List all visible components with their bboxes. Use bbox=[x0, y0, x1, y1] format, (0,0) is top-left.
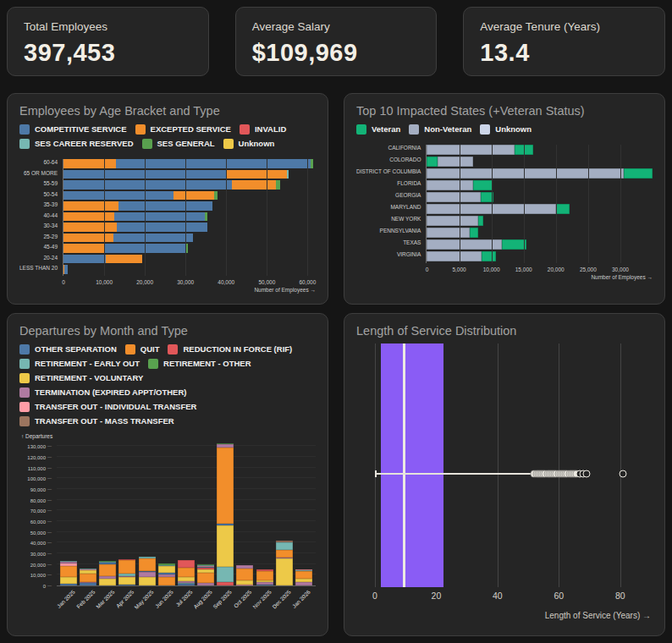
bar-segment-competitive-service[interactable] bbox=[64, 265, 67, 274]
bar-segment-ses-general[interactable] bbox=[214, 191, 217, 201]
bar-segment-retirement-voluntary[interactable] bbox=[217, 525, 234, 566]
legend-item-competitive-service[interactable]: COMPETITIVE SERVICE bbox=[19, 124, 127, 135]
bar-segment-other-separation[interactable] bbox=[256, 585, 273, 585]
bar-stack[interactable] bbox=[118, 559, 135, 585]
bar-segment-quit[interactable] bbox=[256, 571, 273, 580]
legend-item-quit[interactable]: QUIT bbox=[125, 343, 160, 354]
legend-item-unknown[interactable]: Unknown bbox=[480, 124, 532, 135]
bar-segment-competitive-service[interactable] bbox=[117, 223, 207, 232]
box[interactable] bbox=[381, 343, 443, 587]
bar-segment-competitive-service[interactable] bbox=[63, 180, 231, 190]
bar-segment-non-veteran[interactable] bbox=[427, 192, 480, 202]
bar-segment-ses-career-reserved[interactable] bbox=[287, 170, 289, 179]
bar-segment-excepted-service[interactable] bbox=[227, 170, 287, 179]
bar-segment-veteran[interactable] bbox=[478, 216, 483, 226]
bar-segment-veteran[interactable] bbox=[473, 180, 493, 190]
bar-segment-quit[interactable] bbox=[158, 577, 175, 585]
bar-segment-retirement-early-out[interactable] bbox=[217, 567, 234, 582]
bar-segment-excepted-service[interactable] bbox=[63, 212, 114, 222]
bar-stack[interactable] bbox=[60, 561, 77, 585]
bar-segment-veteran[interactable] bbox=[556, 204, 570, 214]
bar-segment-other-separation[interactable] bbox=[80, 583, 96, 585]
legend-item-transfer-out-mass-transfer[interactable]: TRANSFER OUT - MASS TRANSFER bbox=[19, 415, 174, 426]
legend-item-ses-career-reserved[interactable]: SES CAREER RESERVED bbox=[19, 138, 134, 149]
legend-item-non-veteran[interactable]: Non-Veteran bbox=[409, 124, 471, 135]
bar-stack[interactable] bbox=[99, 561, 116, 585]
bar-segment-quit[interactable] bbox=[276, 550, 293, 558]
legend-item-retirement-voluntary[interactable]: RETIREMENT - VOLUNTARY bbox=[19, 372, 143, 383]
bar-segment-veteran[interactable] bbox=[624, 168, 653, 179]
bar-segment-veteran[interactable] bbox=[470, 228, 478, 238]
bar-stack[interactable] bbox=[139, 557, 156, 585]
legend-item-termination-expired-appt-other[interactable]: TERMINATION (EXPIRED APPT/OTHER) bbox=[19, 387, 186, 398]
legend-item-veteran[interactable]: Veteran bbox=[356, 124, 400, 135]
bar-segment-non-veteran[interactable] bbox=[427, 228, 470, 238]
bar-segment-non-veteran[interactable] bbox=[427, 145, 515, 155]
bar-stack[interactable] bbox=[178, 560, 195, 585]
legend-item-other-separation[interactable]: OTHER SEPARATION bbox=[19, 343, 117, 354]
bar-stack[interactable] bbox=[236, 565, 253, 585]
bar-segment-competitive-service[interactable] bbox=[63, 255, 105, 264]
bar-stack[interactable] bbox=[276, 541, 293, 585]
bar-segment-veteran[interactable] bbox=[502, 239, 526, 250]
bar-segment-ses-general[interactable] bbox=[205, 212, 207, 222]
bar-segment-reduction-in-force-rif[interactable] bbox=[178, 560, 195, 568]
bar-segment-other-separation[interactable] bbox=[178, 584, 195, 585]
bar-segment-ses-general[interactable] bbox=[311, 159, 313, 168]
bar-segment-excepted-service[interactable] bbox=[63, 159, 116, 168]
bar-segment-excepted-service[interactable] bbox=[63, 244, 104, 253]
bar-segment-retirement-voluntary[interactable] bbox=[139, 577, 156, 585]
bar-segment-non-veteran[interactable] bbox=[438, 157, 473, 167]
bar-stack[interactable] bbox=[80, 569, 96, 585]
bar-segment-retirement-early-out[interactable] bbox=[276, 542, 293, 550]
legend-item-unknown[interactable]: Unknown bbox=[223, 138, 275, 149]
legend-item-reduction-in-force-rif[interactable]: REDUCTION IN FORCE (RIF) bbox=[168, 343, 292, 354]
bar-stack[interactable] bbox=[295, 569, 312, 585]
bar-segment-competitive-service[interactable] bbox=[63, 191, 174, 201]
bar-segment-excepted-service[interactable] bbox=[63, 201, 118, 211]
bar-segment-quit[interactable] bbox=[118, 560, 135, 574]
bar-segment-quit[interactable] bbox=[295, 571, 312, 579]
bar-segment-non-veteran[interactable] bbox=[427, 168, 624, 179]
bar-segment-reduction-in-force-rif[interactable] bbox=[217, 582, 234, 585]
legend-item-invalid[interactable]: INVALID bbox=[240, 124, 286, 135]
bar-segment-other-separation[interactable] bbox=[60, 584, 77, 585]
bar-segment-veteran[interactable] bbox=[427, 157, 437, 167]
bar-segment-non-veteran[interactable] bbox=[427, 239, 501, 250]
bar-segment-excepted-service[interactable] bbox=[232, 180, 277, 190]
legend-item-excepted-service[interactable]: EXCEPTED SERVICE bbox=[135, 124, 231, 135]
bar-segment-excepted-service[interactable] bbox=[106, 255, 142, 264]
bar-segment-termination-expired-appt-other[interactable] bbox=[197, 583, 214, 585]
bar-segment-quit[interactable] bbox=[178, 568, 195, 577]
bar-segment-quit[interactable] bbox=[60, 566, 77, 577]
bar-segment-retirement-voluntary[interactable] bbox=[158, 566, 175, 573]
bar-segment-non-veteran[interactable] bbox=[427, 216, 477, 226]
bar-stack[interactable] bbox=[217, 443, 234, 585]
bar-segment-non-veteran[interactable] bbox=[427, 251, 482, 261]
legend-item-retirement-other[interactable]: RETIREMENT - OTHER bbox=[148, 358, 251, 369]
bar-segment-retirement-voluntary[interactable] bbox=[60, 577, 77, 585]
bar-segment-termination-expired-appt-other[interactable] bbox=[295, 582, 312, 585]
bar-segment-quit[interactable] bbox=[99, 564, 116, 576]
bar-stack[interactable] bbox=[197, 564, 214, 585]
bar-segment-transfer-out-individual-transfer[interactable] bbox=[236, 585, 253, 585]
bar-segment-quit[interactable] bbox=[217, 448, 234, 524]
bar-segment-veteran[interactable] bbox=[482, 251, 496, 261]
bar-segment-retirement-voluntary[interactable] bbox=[99, 579, 116, 585]
legend-item-retirement-early-out[interactable]: RETIREMENT - EARLY OUT bbox=[19, 358, 140, 369]
bar-segment-excepted-service[interactable] bbox=[63, 234, 113, 243]
bar-segment-competitive-service[interactable] bbox=[118, 201, 212, 211]
bar-segment-retirement-voluntary[interactable] bbox=[118, 577, 135, 585]
bar-segment-competitive-service[interactable] bbox=[114, 212, 205, 222]
bar-stack[interactable] bbox=[256, 569, 273, 585]
bar-segment-excepted-service[interactable] bbox=[63, 223, 117, 232]
bar-stack[interactable] bbox=[158, 563, 175, 585]
bar-segment-competitive-service[interactable] bbox=[113, 234, 193, 243]
bar-segment-excepted-service[interactable] bbox=[174, 191, 214, 201]
bar-segment-quit[interactable] bbox=[236, 569, 253, 581]
legend-item-transfer-out-individual-transfer[interactable]: TRANSFER OUT - INDIVIDUAL TRANSFER bbox=[19, 401, 196, 412]
bar-segment-quit[interactable] bbox=[197, 573, 214, 582]
legend-item-ses-general[interactable]: SES GENERAL bbox=[142, 138, 215, 149]
bar-segment-quit[interactable] bbox=[80, 574, 96, 582]
bar-segment-other-separation[interactable] bbox=[118, 585, 135, 585]
